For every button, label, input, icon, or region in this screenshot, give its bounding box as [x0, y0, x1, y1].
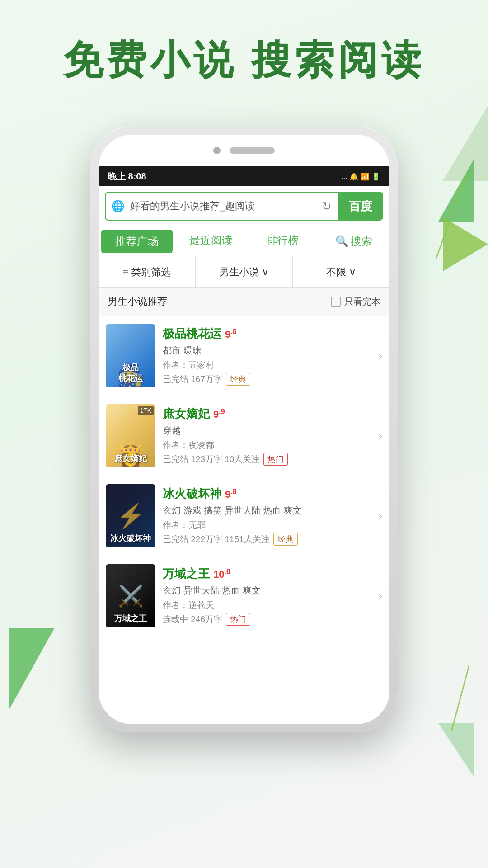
book-list: 🧙 极品桃花运 极品桃花运 9.6 都市 暖昧 作者：五家村 已完结 167 [99, 316, 389, 636]
filter-icon: ≡ [123, 266, 129, 278]
chevron-right-icon-4: › [378, 589, 382, 603]
book-meta-1: 已完结 167万字 经典 [163, 373, 371, 386]
book-title-row-2: 庶女嫡妃 9.9 [163, 406, 371, 422]
chevron-right-icon-3: › [378, 509, 382, 523]
book-badge-1: 经典 [226, 373, 250, 386]
book-meta-2: 已完结 123万字 10人关注 热门 [163, 453, 371, 466]
book-meta-3: 已完结 222万字 1151人关注 经典 [163, 533, 371, 546]
book-author-1: 作者：五家村 [163, 359, 371, 371]
book-title-2: 庶女嫡妃 [163, 406, 210, 422]
filter-bar: ≡ 类别筛选 男生小说 ∨ 不限 ∨ [99, 257, 389, 288]
book-item[interactable]: 👸 庶女嫡妃 17K 庶女嫡妃 9.9 穿越 作者：夜凌都 [99, 396, 389, 476]
app-headline: 免费小说 搜索阅读 [0, 36, 488, 84]
phone-inner-frame: 晚上 8:08 ... 🔔 📶 🔋 🌐 好看的男生小说推荐_趣阅读 ↻ 百度 推… [99, 135, 389, 724]
book-rating-decimal-3: .8 [230, 488, 236, 495]
completed-label: 只看完本 [344, 296, 380, 308]
book-rating-decimal-1: .6 [230, 328, 236, 335]
cover-text-3: 冰火破坏神 [106, 533, 155, 544]
globe-icon: 🌐 [106, 200, 130, 212]
phone-outer-frame: 晚上 8:08 ... 🔔 📶 🔋 🌐 好看的男生小说推荐_趣阅读 ↻ 百度 推… [90, 127, 398, 732]
book-item[interactable]: ⚔️ 万域之王 万域之王 10.0 玄幻 异世大陆 热血 爽文 作者：逆苍天 [99, 556, 389, 636]
book-rating-decimal-2: .9 [219, 408, 225, 415]
book-rating-3: 9.8 [225, 488, 237, 500]
phone-top-bar [99, 135, 389, 166]
completed-only-filter[interactable]: 只看完本 [331, 296, 380, 308]
filter-gender-arrow: ∨ [262, 266, 269, 278]
book-title-1: 极品桃花运 [163, 326, 221, 342]
screen-content: 晚上 8:08 ... 🔔 📶 🔋 🌐 好看的男生小说推荐_趣阅读 ↻ 百度 推… [99, 166, 389, 724]
chevron-right-icon-2: › [378, 429, 382, 443]
book-rating-decimal-4: .0 [224, 568, 230, 576]
book-title-row-4: 万域之王 10.0 [163, 566, 371, 582]
status-icons: ... 🔔 📶 🔋 [341, 172, 380, 181]
phone-camera [213, 147, 221, 154]
cover-badge-2: 17K [138, 406, 154, 415]
section-title: 男生小说推荐 [108, 295, 167, 308]
book-wordcount-3: 已完结 222万字 1151人关注 [163, 533, 270, 545]
phone-mockup: 晚上 8:08 ... 🔔 📶 🔋 🌐 好看的男生小说推荐_趣阅读 ↻ 百度 推… [90, 127, 398, 732]
tab-recommend[interactable]: 推荐广场 [101, 230, 173, 253]
book-title-4: 万域之王 [163, 566, 210, 582]
filter-limit-arrow: ∨ [349, 266, 356, 278]
book-cover-4: ⚔️ 万域之王 [106, 564, 155, 627]
book-tags-2: 穿越 [163, 425, 371, 437]
search-tab-label: 搜索 [351, 234, 372, 249]
book-cover-3: ⚡ 冰火破坏神 [106, 484, 155, 547]
tab-search[interactable]: 🔍 搜索 [318, 226, 389, 257]
phone-speaker [230, 147, 275, 154]
book-info-4: 万域之王 10.0 玄幻 异世大陆 热血 爽文 作者：逆苍天 连载中 246万字… [163, 566, 371, 626]
book-info-1: 极品桃花运 9.6 都市 暖昧 作者：五家村 已完结 167万字 经典 [163, 326, 371, 386]
bg-decor-bottom-left [9, 628, 54, 710]
book-badge-4: 热门 [226, 613, 250, 626]
book-meta-4: 连载中 246万字 热门 [163, 613, 371, 626]
nav-tabs: 推荐广场 最近阅读 排行榜 🔍 搜索 [99, 226, 389, 257]
bg-decor-bottom-right [438, 723, 474, 778]
book-item[interactable]: ⚡ 冰火破坏神 冰火破坏神 9.8 玄幻 游戏 搞笑 异世大陆 热血 爽文 作者… [99, 476, 389, 556]
filter-limit[interactable]: 不限 ∨ [293, 257, 389, 287]
bg-decor-green-right [438, 158, 474, 222]
book-title-row-3: 冰火破坏神 9.8 [163, 486, 371, 502]
filter-limit-label: 不限 [326, 265, 346, 279]
filter-category-label: 类别筛选 [131, 265, 171, 279]
bg-decor-line-right [435, 175, 467, 260]
book-badge-3: 经典 [273, 533, 298, 546]
tab-recent[interactable]: 最近阅读 [175, 226, 247, 257]
filter-gender[interactable]: 男生小说 ∨ [196, 257, 293, 287]
book-rating-4: 10.0 [213, 568, 230, 580]
tab-ranking[interactable]: 排行榜 [247, 226, 318, 257]
book-info-3: 冰火破坏神 9.8 玄幻 游戏 搞笑 异世大陆 热血 爽文 作者：无罪 已完结 … [163, 486, 371, 546]
search-input[interactable]: 好看的男生小说推荐_趣阅读 [130, 199, 315, 213]
bg-decor-arrow-right [443, 217, 488, 271]
cover-text-2: 庶女嫡妃 [106, 453, 155, 464]
book-tags-3: 玄幻 游戏 搞笑 异世大陆 热血 爽文 [163, 505, 371, 517]
book-wordcount-4: 连载中 246万字 [163, 613, 222, 625]
section-header: 男生小说推荐 只看完本 [99, 288, 389, 316]
status-bar: 晚上 8:08 ... 🔔 📶 🔋 [99, 166, 389, 186]
cover-text-4: 万域之王 [106, 613, 155, 624]
book-author-2: 作者：夜凌都 [163, 439, 371, 451]
book-author-4: 作者：逆苍天 [163, 599, 371, 611]
bg-decor-line-bottom [451, 665, 470, 731]
book-author-3: 作者：无罪 [163, 519, 371, 531]
book-rating-1: 9.6 [225, 328, 237, 340]
chevron-right-icon-1: › [378, 349, 382, 363]
book-cover-1: 🧙 极品桃花运 [106, 324, 155, 387]
book-tags-1: 都市 暖昧 [163, 344, 371, 357]
completed-checkbox[interactable] [331, 297, 341, 307]
book-rating-2: 9.9 [213, 408, 225, 420]
book-title-row-1: 极品桃花运 9.6 [163, 326, 371, 342]
book-info-2: 庶女嫡妃 9.9 穿越 作者：夜凌都 已完结 123万字 10人关注 热门 [163, 406, 371, 466]
status-time: 晚上 8:08 [108, 170, 146, 183]
book-wordcount-1: 已完结 167万字 [163, 373, 222, 385]
search-button[interactable]: 百度 [338, 193, 382, 220]
filter-gender-label: 男生小说 [219, 265, 259, 279]
book-item[interactable]: 🧙 极品桃花运 极品桃花运 9.6 都市 暖昧 作者：五家村 已完结 167 [99, 316, 389, 396]
bg-decor-top-right [443, 90, 488, 181]
book-title-3: 冰火破坏神 [163, 486, 221, 502]
refresh-icon[interactable]: ↻ [315, 199, 338, 213]
filter-category[interactable]: ≡ 类别筛选 [99, 257, 196, 287]
book-wordcount-2: 已完结 123万字 10人关注 [163, 453, 260, 465]
book-tags-4: 玄幻 异世大陆 热血 爽文 [163, 585, 371, 597]
search-bar[interactable]: 🌐 好看的男生小说推荐_趣阅读 ↻ 百度 [105, 192, 383, 221]
search-tab-icon: 🔍 [335, 235, 349, 248]
